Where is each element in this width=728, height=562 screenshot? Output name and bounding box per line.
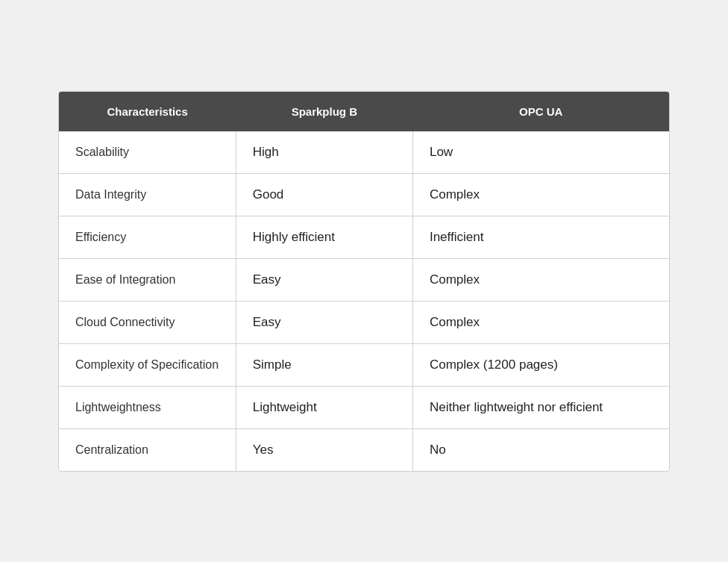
cell-opcua: Low — [412, 131, 669, 174]
table-row: Complexity of SpecificationSimpleComplex… — [59, 343, 669, 386]
cell-sparkplug: Yes — [236, 428, 412, 471]
cell-characteristic: Cloud Connectivity — [59, 301, 236, 343]
cell-sparkplug: Good — [236, 173, 412, 216]
table-row: CentralizationYesNo — [59, 428, 669, 471]
header-sparkplug: Sparkplug B — [236, 92, 412, 131]
cell-characteristic: Lightweightness — [59, 386, 236, 428]
cell-characteristic: Ease of Integration — [59, 258, 236, 301]
table-row: LightweightnessLightweightNeither lightw… — [59, 386, 669, 428]
cell-sparkplug: Lightweight — [236, 386, 412, 428]
cell-sparkplug: High — [236, 131, 412, 174]
table-row: EfficiencyHighly efficientInefficient — [59, 216, 669, 258]
cell-characteristic: Scalability — [59, 131, 236, 174]
header-characteristics: Characteristics — [59, 92, 236, 131]
table-header-row: Characteristics Sparkplug B OPC UA — [59, 92, 669, 131]
cell-opcua: Neither lightweight nor efficient — [412, 386, 669, 428]
comparison-table: Characteristics Sparkplug B OPC UA Scala… — [59, 92, 669, 471]
table-row: ScalabilityHighLow — [59, 131, 669, 174]
cell-opcua: Inefficient — [412, 216, 669, 258]
table-row: Data IntegrityGoodComplex — [59, 173, 669, 216]
cell-opcua: Complex — [412, 173, 669, 216]
cell-opcua: Complex — [412, 301, 669, 343]
comparison-table-container: Characteristics Sparkplug B OPC UA Scala… — [58, 91, 670, 472]
table-row: Cloud ConnectivityEasyComplex — [59, 301, 669, 343]
cell-sparkplug: Easy — [236, 301, 412, 343]
cell-characteristic: Efficiency — [59, 216, 236, 258]
cell-characteristic: Complexity of Specification — [59, 343, 236, 386]
cell-opcua: Complex (1200 pages) — [412, 343, 669, 386]
table-row: Ease of IntegrationEasyComplex — [59, 258, 669, 301]
header-opcua: OPC UA — [412, 92, 669, 131]
cell-characteristic: Data Integrity — [59, 173, 236, 216]
cell-opcua: Complex — [412, 258, 669, 301]
cell-opcua: No — [412, 428, 669, 471]
cell-sparkplug: Highly efficient — [236, 216, 412, 258]
cell-characteristic: Centralization — [59, 428, 236, 471]
cell-sparkplug: Simple — [236, 343, 412, 386]
cell-sparkplug: Easy — [236, 258, 412, 301]
